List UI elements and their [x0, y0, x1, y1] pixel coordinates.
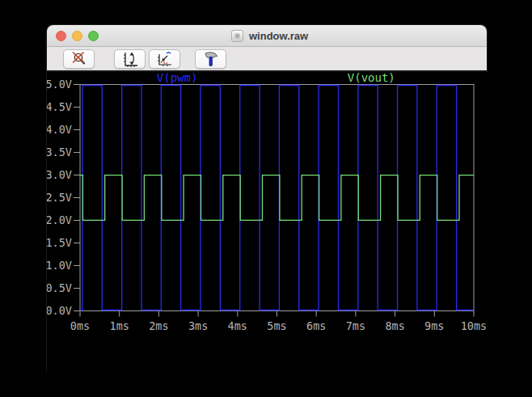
y-tick-label: 0.0V [47, 304, 72, 317]
y-tick-label: 1.5V [47, 236, 72, 249]
x-tick-label: 10ms [461, 319, 488, 332]
trace-vvout [80, 175, 474, 221]
x-tick-label: 4ms [228, 319, 247, 332]
y-tick-label: 4.0V [47, 123, 72, 136]
x-tick-label: 8ms [385, 319, 404, 332]
autorange-icon [121, 51, 139, 67]
waveform-chart[interactable]: 0ms1ms2ms3ms4ms5ms6ms7ms8ms9ms10ms5.0V4.… [47, 72, 488, 374]
waveform-viewer-window: window.raw [46, 24, 488, 374]
x-tick-label: 3ms [188, 319, 208, 332]
close-button[interactable] [56, 31, 66, 41]
y-tick-label: 0.5V [47, 281, 72, 294]
plot-frame [80, 85, 474, 311]
document-proxy-icon[interactable] [231, 30, 243, 42]
autorange-button[interactable] [114, 49, 146, 69]
y-tick-label: 2.0V [47, 213, 72, 226]
y-tick-label: 3.5V [47, 146, 72, 158]
y-tick-label: 1.0V [47, 259, 72, 272]
y-tick-label: 4.5V [47, 100, 72, 113]
plot-pane[interactable]: V(pwm) V(vout) 0ms1ms2ms3ms4ms5ms6ms7ms8… [47, 72, 488, 374]
control-panel-button[interactable] [195, 49, 226, 69]
x-tick-label: 5ms [267, 319, 286, 332]
trace-vpwm [80, 86, 474, 310]
zoom-window-button[interactable] [88, 31, 99, 41]
x-tick-label: 7ms [346, 319, 365, 332]
minimize-button[interactable] [72, 31, 82, 41]
x-tick-label: 9ms [424, 319, 444, 332]
x-tick-label: 6ms [306, 319, 326, 332]
x-tick-label: 2ms [149, 319, 168, 332]
x-tick-label: 0ms [70, 319, 90, 332]
y-tick-label: 3.0V [47, 168, 72, 181]
plot-settings-icon [156, 51, 174, 67]
x-tick-label: 1ms [110, 319, 129, 332]
title-bar[interactable]: window.raw [47, 25, 487, 47]
y-tick-label: 5.0V [47, 78, 72, 91]
zoom-back-icon [70, 51, 88, 67]
window-title: window.raw [249, 25, 308, 47]
zoom-back-button[interactable] [63, 49, 95, 69]
plot-settings-button[interactable] [149, 49, 180, 69]
desktop-backdrop: window.raw [0, 0, 532, 397]
toolbar [47, 47, 487, 72]
control-panel-hammer-icon [202, 51, 220, 67]
proxy-glyph [234, 33, 240, 39]
y-tick-label: 2.5V [47, 191, 72, 204]
